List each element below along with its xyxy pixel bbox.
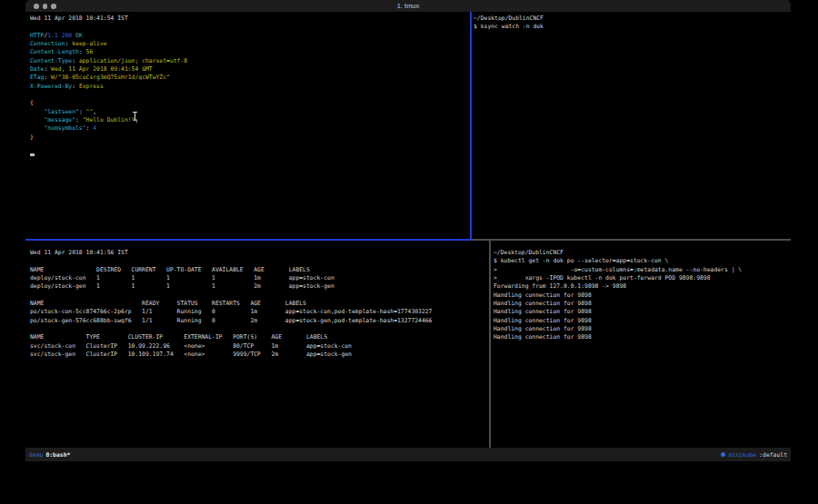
- titlebar[interactable]: 1. tmux: [25, 0, 791, 12]
- active-window-tab[interactable]: 0:bash*: [45, 451, 70, 459]
- pane-border-vertical-top[interactable]: [470, 12, 472, 239]
- pane-border-horizontal-active[interactable]: [25, 239, 471, 241]
- pane-border-horizontal[interactable]: [471, 239, 791, 241]
- pane-http-response[interactable]: Wed 11 Apr 2018 10:41:54 IST HTTP/1.1 20…: [30, 15, 187, 142]
- pane-border-vertical-bottom[interactable]: [489, 241, 491, 448]
- pane-ksync-watch[interactable]: ~/Desktop/DublinCNCF$ ksync watch -n dok: [474, 15, 544, 32]
- minimize-button[interactable]: [43, 4, 48, 9]
- terminal-cursor: [30, 153, 35, 156]
- pane-kubectl-resources[interactable]: Wed 11 Apr 2018 10:41:56 IST NAME DESIRE…: [30, 249, 432, 359]
- kubernetes-helm-icon: [721, 452, 726, 458]
- session-name: demo: [29, 451, 43, 459]
- mouse-ibeam-cursor: [132, 112, 138, 121]
- desktop: 1. tmux Wed 11 Apr 2018 10:41:54 IST HTT…: [0, 0, 818, 504]
- zoom-button[interactable]: [51, 4, 56, 9]
- terminal-window: 1. tmux Wed 11 Apr 2018 10:41:54 IST HTT…: [25, 0, 791, 462]
- close-button[interactable]: [34, 4, 39, 9]
- kube-context: minikube: [728, 451, 756, 459]
- traffic-lights: [34, 4, 56, 9]
- tmux-session: Wed 11 Apr 2018 10:41:54 IST HTTP/1.1 20…: [25, 12, 791, 448]
- window-title: 1. tmux: [25, 0, 791, 12]
- tmux-status-bar: demo 0:bash* minikube :default: [25, 448, 791, 461]
- kube-namespace: :default: [759, 451, 787, 459]
- pane-port-forward[interactable]: ~/Desktop/DublinCNCF$ kubectl get -n dok…: [494, 249, 742, 342]
